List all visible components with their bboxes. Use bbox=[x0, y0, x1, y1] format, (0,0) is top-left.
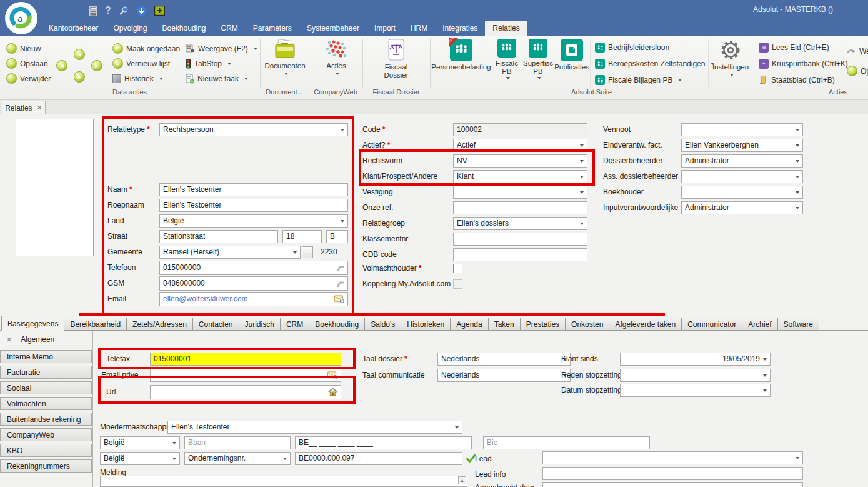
documenten-button[interactable]: Documenten bbox=[261, 39, 309, 88]
klassementnr-input[interactable] bbox=[453, 233, 587, 246]
tab-crm[interactable]: CRM bbox=[281, 318, 309, 331]
menu-tab-systeembeheer[interactable]: Systeembeheer bbox=[299, 21, 367, 36]
vennoot-select[interactable] bbox=[681, 123, 803, 136]
vernieuw-lijst-button[interactable]: ↻ Vernieuw lijst bbox=[112, 58, 170, 69]
menu-tab-parameters[interactable]: Parameters bbox=[246, 21, 299, 36]
tab-juridisch[interactable]: Juridisch bbox=[239, 318, 281, 331]
fiscalc-pb-button[interactable]: Fiscalc PB bbox=[492, 39, 521, 88]
menu-tab-crm[interactable]: CRM bbox=[214, 21, 246, 36]
email-prive-input[interactable] bbox=[150, 369, 341, 382]
sidebar-item-volmachten[interactable]: Volmachten bbox=[0, 397, 92, 410]
menu-tab-import[interactable]: Import bbox=[367, 21, 403, 36]
tab-boekhouding[interactable]: Boekhouding bbox=[309, 318, 365, 331]
menu-tab-boekhouding[interactable]: Boekhouding bbox=[154, 21, 213, 36]
previous-record-icon[interactable]: ◂ bbox=[74, 49, 85, 60]
rechtsvorm-select[interactable]: NV bbox=[453, 154, 587, 168]
calculator-icon[interactable] bbox=[89, 6, 97, 16]
huisnummer-input[interactable]: 18 bbox=[282, 230, 322, 243]
download-icon[interactable] bbox=[136, 6, 147, 16]
next-record-icon[interactable]: ▸ bbox=[74, 71, 85, 83]
home-icon[interactable] bbox=[328, 388, 337, 396]
menu-tab-opvolging[interactable]: Opvolging bbox=[106, 21, 154, 36]
lead-select[interactable] bbox=[542, 451, 803, 464]
fiscaal-dossier-button[interactable]: Fiscaal Dossier bbox=[364, 39, 429, 88]
publicaties-button[interactable]: Publicaties bbox=[555, 39, 589, 88]
relatiegroep-select[interactable]: Ellen's dossiers bbox=[453, 217, 587, 230]
lead-info-input[interactable] bbox=[542, 467, 803, 480]
send-email-icon[interactable] bbox=[327, 371, 337, 379]
nieuw-button[interactable]: Nieuw bbox=[6, 43, 41, 54]
sidebar-item-sociaal[interactable]: Sociaal bbox=[0, 381, 92, 394]
verwijder-button[interactable]: Verwijder bbox=[6, 73, 51, 84]
vestiging-select[interactable] bbox=[453, 186, 587, 199]
inputverantwoordelijke-select[interactable]: Administrator bbox=[681, 201, 803, 214]
sidebar-item-buitenlandse-rekening[interactable]: Buitenlandse rekening bbox=[0, 413, 92, 426]
bic-input[interactable]: Bic bbox=[483, 436, 650, 449]
tab-prestaties[interactable]: Prestaties bbox=[521, 318, 566, 331]
menu-tab-hrm[interactable]: HRM bbox=[403, 21, 435, 36]
email-input[interactable]: ellen@wolterskluwer.com bbox=[159, 292, 348, 306]
melding-textarea[interactable] bbox=[100, 476, 467, 487]
historiek-button[interactable]: Historiek bbox=[112, 73, 163, 84]
nieuwe-taak-button[interactable]: Nieuwe taak bbox=[186, 73, 248, 84]
telefoon-input[interactable]: 015000000 bbox=[159, 261, 348, 275]
datum-stopzetting-select[interactable] bbox=[620, 384, 771, 397]
superfisc-pb-button[interactable]: Superfisc PB bbox=[522, 39, 554, 88]
close-icon[interactable]: ✕ bbox=[6, 336, 12, 344]
sidebar-item-companyweb[interactable]: CompanyWeb bbox=[0, 428, 92, 441]
tab-saldos[interactable]: Saldo's bbox=[365, 318, 401, 331]
cdb-code-input[interactable] bbox=[453, 248, 587, 261]
close-icon[interactable]: ✕ bbox=[37, 104, 42, 112]
gemeente-browse-button[interactable]: ... bbox=[302, 246, 313, 258]
tab-communicator[interactable]: Communicator bbox=[682, 318, 742, 331]
bban-input[interactable]: Bban bbox=[184, 436, 291, 449]
klant-prospect-select[interactable]: Klant bbox=[453, 170, 587, 183]
klant-sinds-date[interactable]: 19/05/2019 bbox=[620, 353, 771, 366]
sidebar-item-rekeningnummers[interactable]: Rekeningnummers bbox=[0, 459, 92, 473]
land-select[interactable]: België bbox=[159, 214, 348, 228]
phone-icon[interactable] bbox=[336, 279, 344, 288]
relatietype-select[interactable]: Rechtspersoon bbox=[159, 123, 348, 136]
personenbelasting-button[interactable]: NEW Personenbelasting bbox=[431, 39, 491, 88]
sidebar-item-facturatie[interactable]: Facturatie bbox=[0, 366, 92, 379]
taal-dossier-select[interactable]: Nederlands bbox=[437, 353, 571, 366]
reden-stopzetting-select[interactable] bbox=[620, 369, 771, 382]
tab-agenda[interactable]: Agenda bbox=[451, 318, 488, 331]
instellingen-button[interactable]: Instellingen bbox=[710, 39, 751, 88]
nummer-type-select[interactable]: Ondernemingsnr. bbox=[184, 452, 291, 465]
companyweb-acties-button[interactable]: Acties bbox=[310, 39, 362, 88]
bedrijfsleidersloon-button[interactable]: Bedrijfsleidersloon bbox=[595, 41, 669, 53]
tab-bereikbaarheid[interactable]: Bereikbaarheid bbox=[64, 318, 127, 331]
naam-input[interactable]: Ellen's Testcenter bbox=[159, 183, 348, 196]
straat-input[interactable]: Stationstraat bbox=[159, 230, 278, 243]
telefax-input[interactable]: 015000001 bbox=[150, 353, 341, 366]
send-email-icon[interactable] bbox=[334, 295, 344, 303]
tab-zetels-adressen[interactable]: Zetels/Adressen bbox=[127, 318, 193, 331]
add-window-icon[interactable] bbox=[154, 6, 165, 16]
moedermaatschappij-select[interactable]: Ellen's Testcenter bbox=[167, 421, 462, 434]
tab-software[interactable]: Software bbox=[778, 318, 819, 331]
tab-onkosten[interactable]: Onkosten bbox=[566, 318, 609, 331]
last-record-icon[interactable]: ▸ bbox=[91, 60, 102, 71]
actief-select[interactable]: Actief bbox=[453, 139, 587, 152]
sidebar-item-interne-memo[interactable]: Interne Memo bbox=[0, 350, 92, 363]
url-input[interactable] bbox=[150, 385, 341, 399]
tab-historieken[interactable]: Historieken bbox=[401, 318, 451, 331]
wegbeschrijving-button[interactable]: Weg bbox=[847, 45, 868, 57]
lees-eid-button[interactable]: ie Lees Eid (Ctrl+E) bbox=[759, 41, 829, 53]
staatsblad-button[interactable]: Staatsblad (Ctrl+B) bbox=[759, 74, 835, 86]
dossierbeheerder-select[interactable]: Administrator bbox=[681, 154, 803, 168]
tab-archief[interactable]: Archief bbox=[742, 318, 777, 331]
taal-communicatie-select[interactable]: Nederlands bbox=[437, 369, 571, 382]
pin-icon[interactable] bbox=[119, 6, 129, 16]
open-button[interactable]: Ope bbox=[847, 65, 868, 77]
scroll-up-icon[interactable]: ▲ bbox=[458, 476, 466, 484]
eindverantw-select[interactable]: Ellen Vankeerberghen bbox=[681, 139, 803, 152]
relation-photo-placeholder[interactable] bbox=[16, 119, 94, 256]
weergave-button[interactable]: Weergave (F2) bbox=[186, 43, 257, 54]
opslaan-button[interactable]: ▪ Opslaan bbox=[6, 58, 48, 69]
kruispuntbank-button[interactable]: + Kruispuntbank (Ctrl+K) bbox=[759, 58, 848, 69]
nummer-land-select[interactable]: België bbox=[100, 452, 180, 465]
help-icon[interactable]: ? bbox=[105, 5, 111, 16]
menu-tab-relaties[interactable]: Relaties bbox=[485, 21, 527, 36]
